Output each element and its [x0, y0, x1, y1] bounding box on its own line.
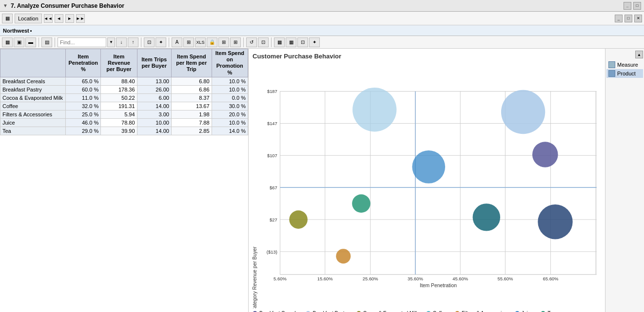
svg-text:35.60%: 35.60%	[408, 276, 423, 281]
app-icon: ▼	[3, 3, 8, 8]
th-promo: Item Spend on Promotion %	[212, 49, 248, 77]
restore-button[interactable]: □	[633, 2, 641, 10]
svg-text:$27: $27	[270, 217, 277, 222]
bubble-tea[interactable]	[352, 194, 371, 213]
chart-svg-wrapper: $187 $147 $107 $67 $27 ($13) 5.60% 15.60…	[253, 62, 601, 309]
row-value: 5.94	[101, 110, 137, 118]
th-spend-trip: Item Spend per Item per Trip	[171, 49, 212, 77]
tb-share-icon[interactable]: ▦	[274, 37, 285, 47]
find-input[interactable]	[58, 37, 106, 47]
panel-restore-button[interactable]: □	[624, 15, 632, 22]
svg-text:Category Revenue per Buyer: Category Revenue per Buyer	[253, 246, 257, 309]
right-panel-product[interactable]: Product	[606, 69, 643, 78]
svg-text:$107: $107	[267, 153, 277, 158]
row-value: 3.00	[137, 110, 171, 118]
bubble-breakfast-pastry[interactable]	[501, 90, 545, 134]
row-label: Breakfast Pastry	[0, 85, 66, 93]
bubble-coffee[interactable]	[352, 88, 396, 131]
table-row: Filters & Accessories25.0 %5.943.001.982…	[0, 110, 248, 118]
tb-refresh-icon[interactable]: ↺	[246, 37, 257, 47]
breadcrumb-label: Northwest	[3, 28, 29, 34]
nav-forward-fast-button[interactable]: ►►	[76, 14, 85, 23]
tb-table-icon[interactable]: ▤	[41, 37, 52, 47]
panel-minimize-button[interactable]: _	[615, 15, 623, 22]
svg-text:55.60%: 55.60%	[497, 276, 513, 281]
row-value: 30.0 %	[212, 102, 248, 110]
nav-forward-button[interactable]: ►	[65, 14, 74, 23]
table-row: Juice46.0 %78.8010.007.8810.0 %	[0, 118, 248, 127]
bubble-breakfast-cereals[interactable]	[532, 142, 558, 167]
row-label: Juice	[0, 118, 66, 127]
product-label: Product	[617, 71, 636, 76]
table-row: Breakfast Cereals65.0 %88.4013.006.8010.…	[0, 77, 248, 85]
tb-chart-icon[interactable]: ▬	[25, 37, 36, 47]
bubble-large-blue[interactable]	[538, 204, 573, 239]
toolbar2: ▦ ▣ ▬ ▤ ▼ ↓ ↑ ⊡ ✦ A ⊞ XLS 🔒 ⊞ ⊞ ↺ ⊡ ▦ ▦ …	[0, 36, 644, 49]
svg-text:15.60%: 15.60%	[317, 276, 333, 281]
bubble-cocoa-milk[interactable]	[289, 210, 308, 229]
tb-down-icon[interactable]: ↓	[116, 37, 127, 47]
row-value: 6.00	[137, 93, 171, 102]
tb-bar-icon[interactable]: ▦	[286, 37, 296, 47]
tb-xls-icon[interactable]: XLS	[195, 37, 206, 47]
toolbar1: ▦ Location ◄◄ ◄ ► ►► _ □ ✕	[0, 12, 644, 25]
row-value: 14.00	[137, 102, 171, 110]
svg-text:5.60%: 5.60%	[273, 276, 287, 281]
tb-grid2-icon[interactable]: ▣	[14, 37, 24, 47]
row-value: 0.0 %	[212, 93, 248, 102]
row-label: Cocoa & Evaporated Milk	[0, 93, 66, 102]
bubble-coffee2[interactable]	[473, 203, 500, 231]
th-trips: Item Trips per Buyer	[137, 49, 171, 77]
chart-svg: $187 $147 $107 $67 $27 ($13) 5.60% 15.60…	[253, 62, 601, 309]
row-value: 60.0 %	[66, 85, 101, 93]
tb-insert-icon[interactable]: ⊞	[183, 37, 194, 47]
row-value: 2.85	[171, 127, 212, 135]
minimize-button[interactable]: _	[624, 2, 631, 10]
tb-export2-icon[interactable]: ✦	[156, 37, 166, 47]
table-row: Coffee32.0 %191.3114.0013.6730.0 %	[0, 102, 248, 110]
bubble-filters[interactable]	[336, 249, 351, 263]
bubble-juice[interactable]	[412, 150, 445, 184]
row-value: 11.0 %	[66, 93, 101, 102]
nav-back-button[interactable]: ◄	[55, 14, 63, 23]
table-area: Item Penetration % Item Revenue per Buye…	[0, 49, 249, 312]
row-value: 13.00	[137, 77, 171, 85]
row-value: 25.0 %	[66, 110, 101, 118]
right-panel-measure[interactable]: Measure	[606, 60, 643, 69]
tb-grid4-icon[interactable]: ⊞	[230, 37, 241, 47]
svg-text:$147: $147	[267, 121, 277, 126]
nav-back-fast-button[interactable]: ◄◄	[44, 14, 53, 23]
row-value: 65.0 %	[66, 77, 101, 85]
tb-export1-icon[interactable]: ⊡	[144, 37, 155, 47]
chart-area: ▶ Customer Purchase Behavior	[249, 49, 605, 312]
grid-icon[interactable]: ▦	[2, 14, 13, 23]
row-value: 10.00	[137, 118, 171, 127]
find-dropdown[interactable]: ▼	[107, 37, 115, 47]
tb-settings-icon[interactable]: ⊡	[297, 37, 308, 47]
tb-data-icon[interactable]: ⊡	[258, 37, 269, 47]
svg-rect-0	[280, 92, 596, 275]
row-label: Tea	[0, 127, 66, 135]
tb-grid3-icon[interactable]: ⊞	[218, 37, 229, 47]
row-value: 88.40	[101, 77, 137, 85]
tb-lock-icon[interactable]: 🔒	[207, 37, 217, 47]
svg-text:25.60%: 25.60%	[363, 276, 378, 281]
th-empty	[0, 49, 66, 77]
row-value: 6.86	[171, 85, 212, 93]
svg-text:65.60%: 65.60%	[543, 276, 559, 281]
svg-text:$67: $67	[270, 185, 277, 190]
tb-play-icon[interactable]: ✦	[309, 37, 320, 47]
tb-format-a-icon[interactable]: A	[172, 37, 182, 47]
th-penetration: Item Penetration %	[66, 49, 101, 77]
svg-text:Item Penetration: Item Penetration	[420, 283, 457, 288]
row-value: 178.36	[101, 85, 137, 93]
row-value: 46.0 %	[66, 118, 101, 127]
tb-grid1-icon[interactable]: ▦	[2, 37, 13, 47]
row-label: Coffee	[0, 102, 66, 110]
table-row: Cocoa & Evaporated Milk11.0 %50.226.008.…	[0, 93, 248, 102]
panel-close-button[interactable]: ✕	[634, 15, 642, 22]
location-button[interactable]: Location	[15, 14, 42, 23]
tb-up-icon[interactable]: ↑	[128, 37, 138, 47]
table-body: Breakfast Cereals65.0 %88.4013.006.8010.…	[0, 77, 248, 135]
rp-arrow-up[interactable]: ▲	[635, 51, 643, 58]
